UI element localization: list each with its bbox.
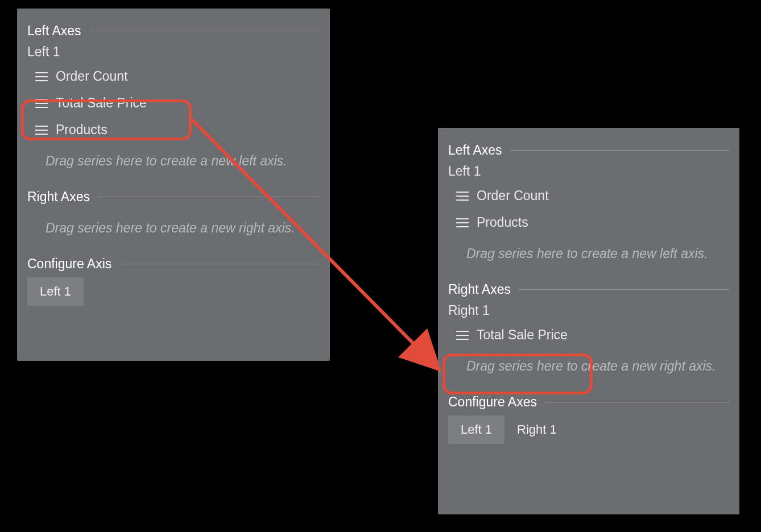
divider (89, 31, 320, 31)
configure-axis-section: Configure Axis (17, 256, 330, 272)
right-axes-header-label: Right Axes (27, 189, 90, 205)
right-axis-drop-hint[interactable]: Drag series here to create a new right a… (27, 210, 320, 246)
right-axis-drop-hint[interactable]: Drag series here to create a new right a… (448, 348, 729, 384)
right-axes-section: Right Axes Drag series here to create a … (17, 189, 330, 246)
left-axes-section: Left Axes Left 1 Order Count Products Dr… (438, 143, 739, 272)
axes-config-panel-before: Left Axes Left 1 Order Count Total Sale … (17, 9, 330, 361)
drag-handle-icon[interactable] (456, 191, 469, 201)
right-axis-name: Right 1 (448, 303, 729, 318)
divider (545, 402, 729, 402)
series-item-total-sale-price[interactable]: Total Sale Price (33, 90, 320, 117)
right-axes-header: Right Axes (27, 189, 320, 205)
series-label: Total Sale Price (477, 327, 568, 343)
left-axis-name: Left 1 (27, 44, 320, 60)
series-item-order-count[interactable]: Order Count (33, 63, 320, 90)
right-axes-header-label: Right Axes (448, 282, 511, 297)
configure-axes-tabs: Left 1 Right 1 (438, 415, 739, 454)
left-axes-header-label: Left Axes (27, 23, 81, 39)
left-axes-header: Left Axes (448, 143, 729, 158)
left-axis-drop-hint[interactable]: Drag series here to create a new left ax… (27, 143, 320, 179)
divider (519, 289, 729, 290)
right-axes-header: Right Axes (448, 282, 729, 297)
tab-left-1[interactable]: Left 1 (27, 277, 84, 306)
left-axis-name: Left 1 (448, 164, 729, 179)
tab-right-1[interactable]: Right 1 (504, 415, 569, 444)
series-label: Products (477, 215, 528, 230)
left-axes-header: Left Axes (27, 23, 320, 39)
series-item-order-count[interactable]: Order Count (454, 182, 729, 209)
series-item-total-sale-price[interactable]: Total Sale Price (454, 322, 729, 348)
divider (119, 264, 320, 264)
left-axes-section: Left Axes Left 1 Order Count Total Sale … (17, 23, 330, 179)
divider (98, 197, 320, 197)
configure-axes-header: Configure Axes (448, 394, 729, 410)
configure-axis-header-label: Configure Axis (27, 256, 111, 272)
series-item-products[interactable]: Products (454, 209, 729, 236)
drag-handle-icon[interactable] (456, 218, 469, 228)
tab-left-1[interactable]: Left 1 (448, 415, 504, 444)
configure-axis-tabs: Left 1 (17, 277, 330, 316)
drag-handle-icon[interactable] (35, 98, 48, 109)
series-label: Order Count (477, 188, 549, 203)
series-item-products[interactable]: Products (33, 117, 320, 143)
configure-axis-header: Configure Axis (27, 256, 320, 272)
left-axis-drop-hint[interactable]: Drag series here to create a new left ax… (448, 236, 729, 272)
series-label: Total Sale Price (56, 95, 147, 111)
series-label: Products (56, 122, 107, 138)
drag-handle-icon[interactable] (456, 330, 469, 340)
right-axes-section: Right Axes Right 1 Total Sale Price Drag… (438, 282, 739, 384)
axes-config-panel-after: Left Axes Left 1 Order Count Products Dr… (438, 128, 739, 514)
left-axes-header-label: Left Axes (448, 143, 502, 158)
divider (510, 150, 729, 151)
drag-handle-icon[interactable] (35, 72, 48, 82)
configure-axes-header-label: Configure Axes (448, 394, 537, 410)
series-label: Order Count (56, 69, 128, 84)
configure-axes-section: Configure Axes (438, 394, 739, 410)
drag-handle-icon[interactable] (35, 125, 48, 135)
